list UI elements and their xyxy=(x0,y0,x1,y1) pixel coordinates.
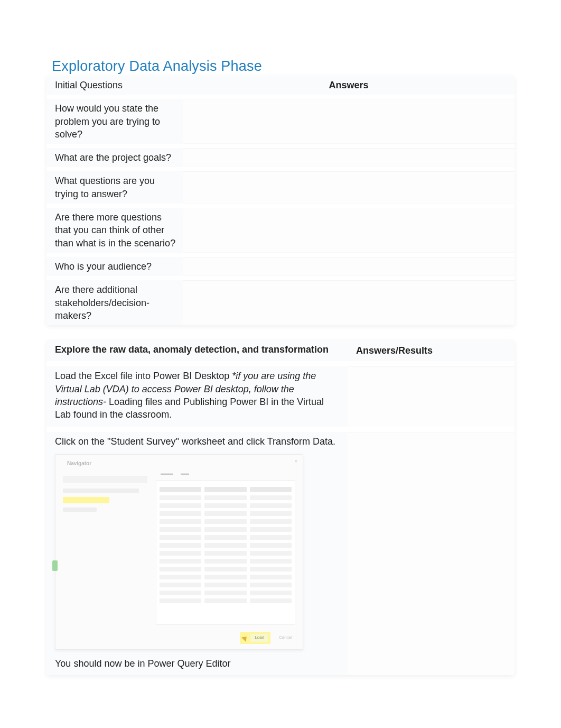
question-cell: What are the project goals? xyxy=(46,144,183,167)
arrow-icon xyxy=(241,634,249,641)
answer-cell[interactable] xyxy=(183,144,515,167)
document-page: Exploratory Data Analysis Phase Initial … xyxy=(0,0,561,728)
question-cell: Who is your audience? xyxy=(46,253,183,276)
col-header-explore: Explore the raw data, anomaly detection,… xyxy=(46,340,348,361)
table-row: Click on the "Student Survey" worksheet … xyxy=(46,427,515,676)
dialog-buttons: Load Cancel xyxy=(240,632,296,644)
explore-data-table: Explore the raw data, anomaly detection,… xyxy=(46,340,515,675)
question-cell: What questions are you trying to answer? xyxy=(46,167,183,204)
cancel-button: Cancel xyxy=(275,634,296,642)
preview-tabs: ▬▬▬▬▬ xyxy=(156,471,295,480)
nav-pane xyxy=(63,476,147,623)
instruction-cell: Load the Excel file into Power BI Deskto… xyxy=(46,361,348,426)
instruction-footer: You should now be in Power Query Editor xyxy=(55,657,341,670)
answer-cell[interactable] xyxy=(183,253,515,276)
phase-heading: Exploratory Data Analysis Phase xyxy=(52,58,515,75)
nav-item xyxy=(63,489,139,493)
question-cell: Are there more questions that you can th… xyxy=(46,204,183,253)
close-icon: × xyxy=(294,458,297,465)
table-row: Load the Excel file into Power BI Deskto… xyxy=(46,361,515,426)
preview-grid xyxy=(160,484,292,621)
answer-cell[interactable] xyxy=(183,167,515,204)
results-cell[interactable] xyxy=(348,427,515,676)
table-row: Who is your audience? xyxy=(46,253,515,276)
search-box xyxy=(63,476,147,483)
question-cell: How would you state the problem you are … xyxy=(46,95,183,144)
table-row: What questions are you trying to answer? xyxy=(46,167,515,204)
table-row: How would you state the problem you are … xyxy=(46,95,515,144)
answer-cell[interactable] xyxy=(183,95,515,144)
instruction-lead: Load the Excel file into Power BI Deskto… xyxy=(55,371,232,381)
preview-pane: ▬▬▬▬▬ xyxy=(156,480,295,625)
col-header-questions: Initial Questions xyxy=(46,76,183,95)
load-button: Load xyxy=(250,634,268,642)
green-handle-icon xyxy=(52,560,58,571)
question-cell: Are there additional stakeholders/decisi… xyxy=(46,276,183,325)
answer-cell[interactable] xyxy=(183,204,515,253)
col-header-answers: Answers xyxy=(183,76,515,95)
initial-questions-table: Initial Questions Answers How would you … xyxy=(46,76,515,325)
initial-questions-section: Initial Questions Answers How would you … xyxy=(46,76,515,325)
answer-cell[interactable] xyxy=(183,276,515,325)
table-row: What are the project goals? xyxy=(46,144,515,167)
col-header-results: Answers/Results xyxy=(348,340,515,361)
nav-item xyxy=(63,508,97,512)
table-row: Are there more questions that you can th… xyxy=(46,204,515,253)
results-cell[interactable] xyxy=(348,361,515,426)
table-row: Are there additional stakeholders/decisi… xyxy=(46,276,515,325)
instruction-text: Click on the "Student Survey" worksheet … xyxy=(55,435,341,448)
dialog-title: Navigator xyxy=(67,460,91,467)
nav-item-highlighted xyxy=(63,497,109,503)
load-button-highlight: Load xyxy=(240,632,270,644)
instruction-cell: Click on the "Student Survey" worksheet … xyxy=(46,427,348,676)
powerbi-navigator-screenshot: Navigator × ▬▬▬▬▬ xyxy=(55,454,303,650)
